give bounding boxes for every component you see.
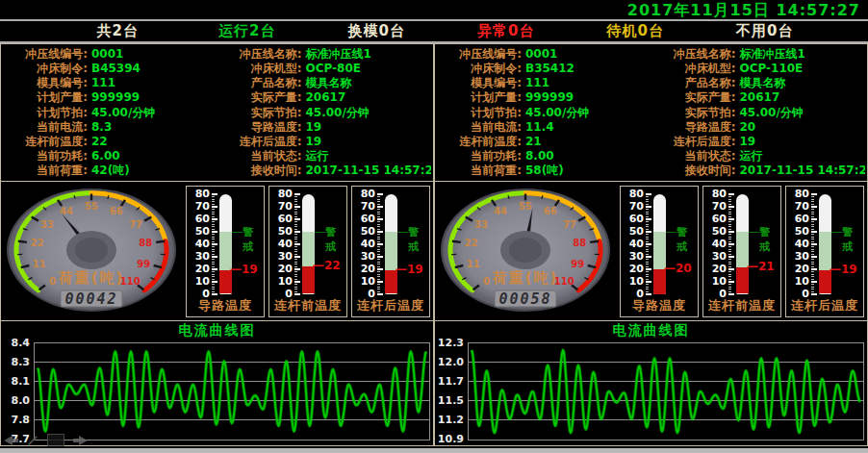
thermo-name: 连杆后温度 <box>786 297 863 315</box>
thermo-tick-label: 80 <box>703 189 727 200</box>
info-col-right: 冲压线名称: 标准冲压线1 冲床机型: OCP-80E 产品名称: 模具名称 实… <box>217 47 432 178</box>
info-field-value: 21 <box>525 135 542 149</box>
thermo-tick-label: 70 <box>269 201 293 213</box>
thermo-name: 导路温度 <box>187 297 264 315</box>
info-row: 当前状态: 运行 <box>217 149 432 164</box>
info-field-label: 冲压线名称: <box>651 47 736 62</box>
gauge-section-2: 0112233445566778899110 荷重(吨) 00058 80706… <box>434 182 868 321</box>
info-field-value: 42(吨) <box>91 164 130 178</box>
thermo-tick-label: 60 <box>703 214 727 225</box>
info-field-label: 实际产量: <box>217 90 302 105</box>
gauge-section-1: 0112233445566778899110 荷重(吨) 00042 80706… <box>0 182 434 321</box>
info-field-value: 8.00 <box>525 149 554 164</box>
info-field-label: 当前功耗: <box>437 149 522 164</box>
info-field-value: 111 <box>91 76 115 90</box>
thermo-tick-label: 60 <box>352 214 375 225</box>
thermo-tick-label: 50 <box>703 226 727 238</box>
info-row: 当前电流: 11.4 <box>437 120 651 135</box>
thermo-tick-label: 20 <box>187 264 210 275</box>
info-row: 当前荷重: 58(吨) <box>437 164 651 178</box>
thermometer-连杆后温度: 80706050403020100警戒—19连杆后温度 <box>785 186 864 317</box>
info-field-label: 接收时间: <box>217 164 302 178</box>
thermo-tick-label: 30 <box>621 251 644 263</box>
info-field-label: 冲压线编号: <box>437 47 522 62</box>
info-field-label: 导路温度: <box>217 120 302 135</box>
info-row: 实际产量: 20617 <box>651 90 866 105</box>
info-field-label: 实际节拍: <box>651 106 736 120</box>
thermo-tube <box>736 194 749 294</box>
info-row: 当前电流: 8.3 <box>3 120 217 135</box>
y-axis-tick-label: 11.2 <box>435 414 464 426</box>
gauge-unit-label: 荷重(吨) <box>492 269 559 287</box>
warn-label: 警戒 <box>325 225 346 254</box>
thermo-value: —22 <box>313 259 341 272</box>
back-arrow-icon[interactable] <box>4 436 18 445</box>
info-row: 实际节拍: 45.00/分钟 <box>217 106 432 120</box>
chart-title: 电流曲线图 <box>435 322 867 340</box>
info-field-value: 运行 <box>740 149 763 164</box>
info-row: 计划节拍: 45.00/分钟 <box>3 106 217 120</box>
info-field-label: 冲床机型: <box>217 62 302 76</box>
thermo-tick-label: 40 <box>187 239 210 250</box>
warn-line <box>397 232 408 233</box>
thermo-tick-label: 10 <box>786 276 809 288</box>
info-row: 导路温度: 19 <box>217 120 432 135</box>
thermo-tick-label: 60 <box>621 214 644 225</box>
gauge-scale-label: 11 <box>33 258 46 268</box>
info-field-value: 111 <box>525 76 549 90</box>
info-field-label: 连杆前温度: <box>3 135 88 149</box>
thermo-tick-label: 10 <box>269 276 293 288</box>
info-field-value: 999999 <box>525 90 574 105</box>
thermo-tick-label: 80 <box>352 189 375 200</box>
thermometer-导路温度: 80706050403020100警戒—20导路温度 <box>620 186 699 317</box>
thermometer-导路温度: 80706050403020100警戒—19导路温度 <box>186 186 265 317</box>
status-count-label: 共2台 <box>97 22 139 39</box>
ghost-nav-toolbar <box>4 434 88 446</box>
info-row: 冲床制令: B35412 <box>437 62 651 76</box>
info-field-label: 冲床制令: <box>437 62 522 76</box>
thermo-tick-label: 10 <box>621 276 644 288</box>
gauge-scale-label: 99 <box>137 258 150 268</box>
info-field-value: 2017-11-15 14:57:24 <box>740 164 866 178</box>
gauge-scale-label: 22 <box>465 238 478 248</box>
info-field-value: 0001 <box>525 47 557 62</box>
info-field-value: 20617 <box>740 90 780 105</box>
info-row: 连杆后温度: 19 <box>651 135 866 149</box>
thermo-tick-label: 30 <box>786 251 809 263</box>
statusbar: 共2台 运行2台 换模0台 异常0台 待机0台 不用0台 <box>0 21 868 43</box>
thermometer-group: 80706050403020100警戒—20导路温度80706050403020… <box>620 186 864 317</box>
info-field-value: 22 <box>91 135 108 149</box>
info-field-value: 58(吨) <box>525 164 564 178</box>
info-field-value: 20 <box>740 120 756 135</box>
info-field-value: 标准冲压线1 <box>740 47 805 62</box>
thermo-tick-label: 60 <box>187 214 210 225</box>
y-axis-tick-label: 8.0 <box>1 394 30 407</box>
thermo-tick-label: 10 <box>187 276 210 288</box>
press-line-panel-1: 冲压线编号: 0001 冲床制令: B45394 模具编号: 111 计划产量:… <box>0 43 434 446</box>
y-axis-tick-label: 11.5 <box>435 394 464 407</box>
pencil-icon[interactable] <box>27 440 38 441</box>
stop-square-icon[interactable] <box>47 434 64 446</box>
info-field-label: 当前状态: <box>217 149 302 164</box>
info-field-label: 计划产量: <box>3 90 88 105</box>
info-row: 冲压线编号: 0001 <box>3 47 217 62</box>
thermo-tick-label: 40 <box>703 239 727 250</box>
info-field-value: 8.3 <box>91 120 112 135</box>
thermo-tube <box>302 194 315 294</box>
y-axis-tick-label: 12.0 <box>435 356 464 368</box>
info-field-value: 标准冲压线1 <box>306 47 371 62</box>
status-count: 待机0台 <box>571 22 701 40</box>
info-row: 产品名称: 模具名称 <box>217 76 432 90</box>
info-row: 冲压线名称: 标准冲压线1 <box>651 47 866 62</box>
status-count: 换模0台 <box>312 22 442 40</box>
forward-arrow-icon[interactable] <box>73 436 88 445</box>
thermo-tick-label: 40 <box>269 239 293 250</box>
thermo-tube <box>819 194 831 294</box>
info-field-label: 模具编号: <box>3 76 88 90</box>
main-area: 冲压线编号: 0001 冲床制令: B45394 模具编号: 111 计划产量:… <box>0 43 868 446</box>
info-field-label: 冲压线编号: <box>3 47 88 62</box>
y-axis-tick-label: 11.7 <box>435 375 464 388</box>
gauge-scale-label: 55 <box>85 200 98 211</box>
info-field-label: 产品名称: <box>651 76 736 90</box>
info-field-label: 当前电流: <box>3 120 88 135</box>
